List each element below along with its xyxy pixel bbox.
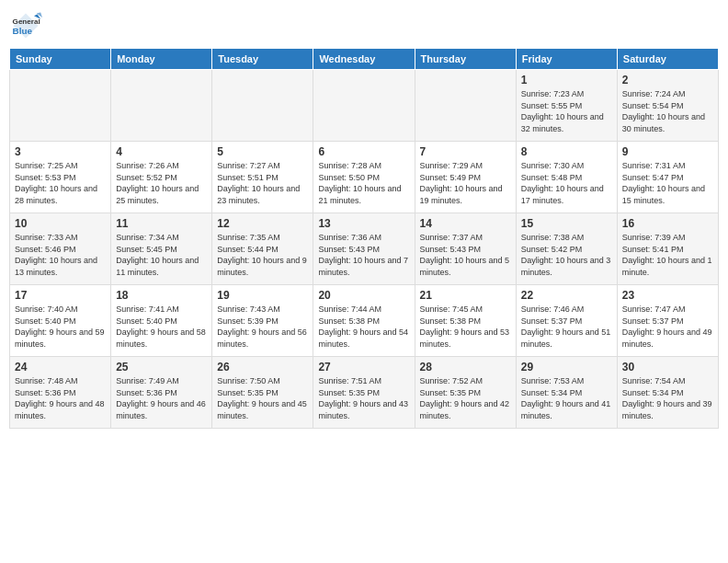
calendar-cell: 11Sunrise: 7:34 AM Sunset: 5:45 PM Dayli… [111,213,212,285]
day-info: Sunrise: 7:30 AM Sunset: 5:48 PM Dayligh… [521,160,612,206]
weekday-header-row: SundayMondayTuesdayWednesdayThursdayFrid… [10,49,719,70]
day-info: Sunrise: 7:27 AM Sunset: 5:51 PM Dayligh… [217,160,308,206]
calendar-week-5: 24Sunrise: 7:48 AM Sunset: 5:36 PM Dayli… [10,357,719,429]
day-number: 24 [15,361,106,373]
calendar-cell: 17Sunrise: 7:40 AM Sunset: 5:40 PM Dayli… [10,285,111,357]
calendar-cell: 30Sunrise: 7:54 AM Sunset: 5:34 PM Dayli… [617,357,718,429]
day-number: 22 [521,289,612,302]
calendar-cell: 4Sunrise: 7:26 AM Sunset: 5:52 PM Daylig… [111,142,212,213]
day-info: Sunrise: 7:44 AM Sunset: 5:38 PM Dayligh… [318,304,409,350]
day-number: 20 [318,289,409,302]
day-info: Sunrise: 7:52 AM Sunset: 5:35 PM Dayligh… [420,375,511,421]
logo: General Blue [9,9,42,42]
weekday-wednesday: Wednesday [313,49,415,70]
day-number: 3 [15,145,106,158]
day-info: Sunrise: 7:50 AM Sunset: 5:35 PM Dayligh… [217,375,308,421]
day-info: Sunrise: 7:38 AM Sunset: 5:42 PM Dayligh… [521,232,612,278]
day-number: 25 [116,361,207,373]
calendar-cell [212,70,313,142]
day-number: 16 [622,217,713,230]
day-number: 15 [521,217,612,230]
calendar-cell: 8Sunrise: 7:30 AM Sunset: 5:48 PM Daylig… [516,142,617,213]
day-number: 7 [420,145,511,158]
weekday-sunday: Sunday [10,49,111,70]
calendar-cell: 9Sunrise: 7:31 AM Sunset: 5:47 PM Daylig… [617,142,718,213]
day-number: 12 [217,217,308,230]
day-number: 14 [420,217,511,230]
logo-icon: General Blue [9,9,42,42]
calendar-cell: 21Sunrise: 7:45 AM Sunset: 5:38 PM Dayli… [415,285,516,357]
svg-text:Blue: Blue [13,26,33,36]
day-info: Sunrise: 7:29 AM Sunset: 5:49 PM Dayligh… [420,160,511,206]
calendar-week-1: 1Sunrise: 7:23 AM Sunset: 5:55 PM Daylig… [10,70,719,142]
calendar-cell [111,70,212,142]
calendar-cell [10,70,111,142]
day-number: 2 [622,74,713,86]
day-number: 21 [420,289,511,302]
calendar-cell: 20Sunrise: 7:44 AM Sunset: 5:38 PM Dayli… [313,285,415,357]
calendar-cell: 24Sunrise: 7:48 AM Sunset: 5:36 PM Dayli… [10,357,111,429]
calendar-cell: 2Sunrise: 7:24 AM Sunset: 5:54 PM Daylig… [617,70,718,142]
day-number: 11 [116,217,207,230]
day-number: 18 [116,289,207,302]
calendar-week-2: 3Sunrise: 7:25 AM Sunset: 5:53 PM Daylig… [10,142,719,213]
day-number: 10 [15,217,106,230]
day-number: 5 [217,145,308,158]
weekday-monday: Monday [111,49,212,70]
day-info: Sunrise: 7:39 AM Sunset: 5:41 PM Dayligh… [622,232,713,278]
day-info: Sunrise: 7:33 AM Sunset: 5:46 PM Dayligh… [15,232,106,278]
day-number: 29 [521,361,612,373]
day-info: Sunrise: 7:24 AM Sunset: 5:54 PM Dayligh… [622,88,713,134]
day-number: 30 [622,361,713,373]
day-info: Sunrise: 7:51 AM Sunset: 5:35 PM Dayligh… [318,375,409,421]
calendar-cell [313,70,415,142]
day-info: Sunrise: 7:23 AM Sunset: 5:55 PM Dayligh… [521,88,612,134]
day-info: Sunrise: 7:48 AM Sunset: 5:36 PM Dayligh… [15,375,106,421]
calendar-week-4: 17Sunrise: 7:40 AM Sunset: 5:40 PM Dayli… [10,285,719,357]
day-number: 1 [521,74,612,86]
calendar-cell: 19Sunrise: 7:43 AM Sunset: 5:39 PM Dayli… [212,285,313,357]
day-number: 8 [521,145,612,158]
day-number: 27 [318,361,409,373]
calendar-week-3: 10Sunrise: 7:33 AM Sunset: 5:46 PM Dayli… [10,213,719,285]
day-info: Sunrise: 7:36 AM Sunset: 5:43 PM Dayligh… [318,232,409,278]
calendar-cell: 18Sunrise: 7:41 AM Sunset: 5:40 PM Dayli… [111,285,212,357]
day-number: 6 [318,145,409,158]
calendar-cell: 13Sunrise: 7:36 AM Sunset: 5:43 PM Dayli… [313,213,415,285]
calendar-cell: 16Sunrise: 7:39 AM Sunset: 5:41 PM Dayli… [617,213,718,285]
day-number: 17 [15,289,106,302]
calendar-body: 1Sunrise: 7:23 AM Sunset: 5:55 PM Daylig… [10,70,719,429]
calendar-cell: 25Sunrise: 7:49 AM Sunset: 5:36 PM Dayli… [111,357,212,429]
day-info: Sunrise: 7:35 AM Sunset: 5:44 PM Dayligh… [217,232,308,278]
calendar-cell: 10Sunrise: 7:33 AM Sunset: 5:46 PM Dayli… [10,213,111,285]
calendar-cell: 14Sunrise: 7:37 AM Sunset: 5:43 PM Dayli… [415,213,516,285]
day-number: 26 [217,361,308,373]
day-number: 23 [622,289,713,302]
calendar-table: SundayMondayTuesdayWednesdayThursdayFrid… [9,48,719,429]
calendar-cell: 29Sunrise: 7:53 AM Sunset: 5:34 PM Dayli… [516,357,617,429]
svg-text:General: General [13,17,40,26]
day-info: Sunrise: 7:43 AM Sunset: 5:39 PM Dayligh… [217,304,308,350]
weekday-saturday: Saturday [617,49,718,70]
calendar-cell: 12Sunrise: 7:35 AM Sunset: 5:44 PM Dayli… [212,213,313,285]
calendar-cell: 28Sunrise: 7:52 AM Sunset: 5:35 PM Dayli… [415,357,516,429]
day-info: Sunrise: 7:45 AM Sunset: 5:38 PM Dayligh… [420,304,511,350]
day-info: Sunrise: 7:46 AM Sunset: 5:37 PM Dayligh… [521,304,612,350]
calendar-cell: 23Sunrise: 7:47 AM Sunset: 5:37 PM Dayli… [617,285,718,357]
calendar-cell: 26Sunrise: 7:50 AM Sunset: 5:35 PM Dayli… [212,357,313,429]
day-info: Sunrise: 7:40 AM Sunset: 5:40 PM Dayligh… [15,304,106,350]
calendar-cell: 1Sunrise: 7:23 AM Sunset: 5:55 PM Daylig… [516,70,617,142]
calendar-cell [415,70,516,142]
day-info: Sunrise: 7:25 AM Sunset: 5:53 PM Dayligh… [15,160,106,206]
day-info: Sunrise: 7:49 AM Sunset: 5:36 PM Dayligh… [116,375,207,421]
weekday-friday: Friday [516,49,617,70]
day-info: Sunrise: 7:54 AM Sunset: 5:34 PM Dayligh… [622,375,713,421]
day-info: Sunrise: 7:26 AM Sunset: 5:52 PM Dayligh… [116,160,207,206]
calendar-cell: 15Sunrise: 7:38 AM Sunset: 5:42 PM Dayli… [516,213,617,285]
weekday-tuesday: Tuesday [212,49,313,70]
weekday-thursday: Thursday [415,49,516,70]
day-number: 13 [318,217,409,230]
day-info: Sunrise: 7:31 AM Sunset: 5:47 PM Dayligh… [622,160,713,206]
day-number: 28 [420,361,511,373]
calendar-cell: 7Sunrise: 7:29 AM Sunset: 5:49 PM Daylig… [415,142,516,213]
